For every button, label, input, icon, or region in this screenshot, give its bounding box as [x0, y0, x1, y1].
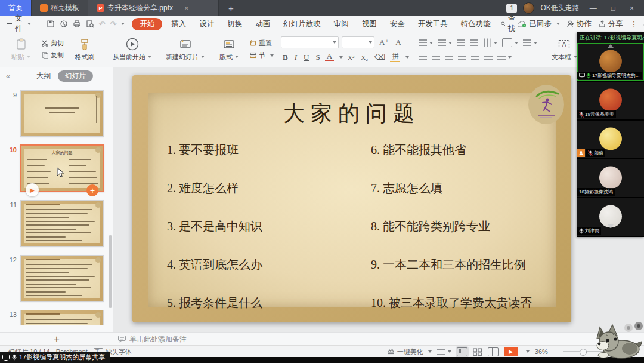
bold-button[interactable]: B [281, 53, 290, 62]
slideshow-play-button[interactable]: ▶ [504, 347, 518, 356]
menu-tab-10[interactable]: 开发工具 [411, 18, 454, 30]
participant-tile-3[interactable]: 颜值 [577, 121, 644, 158]
new-slide-button[interactable]: 新建幻灯片 [162, 36, 208, 63]
quickaccess-caret-icon[interactable] [121, 23, 125, 25]
paste-button[interactable]: 粘贴 [4, 36, 38, 63]
question-column-right[interactable]: 6. 能不能报其他省7. 志愿怎么填8. 能不能跨类别跨专业9. 一本二本和三本… [371, 142, 532, 311]
strikethrough-button[interactable]: S [314, 53, 321, 62]
minimize-button[interactable]: — [586, 4, 601, 13]
export-icon[interactable] [60, 19, 68, 29]
participant-tile-2[interactable]: 19音像品美美 [577, 82, 644, 119]
justify-icon[interactable] [456, 53, 469, 61]
numbered-list-icon[interactable] [435, 37, 454, 48]
meeting-panel[interactable]: 正在讲话: 17影视编导夏明杰 17影视编导夏明杰的...19音像品美美颜值18… [577, 32, 644, 237]
tab-outline[interactable]: 大纲 [36, 71, 51, 81]
section-button[interactable]: 节 [250, 51, 274, 60]
more-menu-icon[interactable]: ⋮ [630, 20, 638, 29]
save-icon[interactable] [47, 19, 55, 29]
tab-docer-templates[interactable]: 稻壳模板 [32, 0, 88, 16]
align-text-icon[interactable] [500, 37, 521, 48]
italic-button[interactable]: I [293, 53, 299, 62]
menu-tab-9[interactable]: 安全 [383, 18, 411, 30]
slide-sorter-button[interactable] [473, 348, 482, 356]
reset-button[interactable]: 重置 [250, 39, 274, 48]
menu-tab-5[interactable]: 动画 [249, 18, 277, 30]
columns-icon[interactable] [482, 53, 495, 61]
menu-tab-1[interactable]: 开始 [132, 18, 162, 30]
smartart-convert-icon[interactable] [495, 53, 514, 61]
layout-button[interactable]: 版式 [212, 36, 246, 63]
align-right-icon[interactable] [442, 53, 456, 61]
expand-panel-arrow-icon[interactable] [608, 224, 614, 228]
close-button[interactable]: × [626, 4, 638, 13]
thumbnail-play-button[interactable]: ▶ [26, 183, 39, 196]
collaborate-button[interactable]: 协作 [567, 19, 592, 29]
underline-button[interactable]: U [302, 53, 311, 62]
align-center-icon[interactable] [429, 53, 442, 61]
print-preview-icon[interactable] [86, 19, 94, 29]
font-name-combo[interactable] [281, 36, 339, 48]
format-painter-button[interactable]: 格式刷 [67, 36, 102, 63]
menu-tab-11[interactable]: 特色功能 [454, 18, 497, 30]
add-slide-button[interactable]: + [0, 333, 113, 345]
increase-indent-icon[interactable] [467, 37, 481, 48]
new-tab-button[interactable]: + [219, 0, 243, 16]
message-count-badge[interactable]: 1 [506, 4, 517, 13]
distribute-icon[interactable] [469, 53, 482, 61]
font-size-combo[interactable] [342, 36, 374, 48]
print-icon[interactable] [73, 19, 81, 29]
beautify-button[interactable]: 一键美化 [387, 347, 432, 356]
decrease-font-icon[interactable]: A⁻ [394, 38, 407, 47]
tab-document[interactable]: P 专升本经验分享.pptx × [88, 0, 219, 16]
textbox-button[interactable]: A 文本框 [547, 36, 581, 63]
share-button[interactable]: 分享 [599, 19, 623, 29]
tab-close-icon[interactable]: × [184, 4, 189, 13]
menu-tab-3[interactable]: 设计 [193, 18, 221, 30]
slide-thumbnail-11[interactable] [20, 200, 104, 247]
superscript-button[interactable]: X² [346, 54, 356, 61]
menu-tab-4[interactable]: 切换 [221, 18, 249, 30]
zoom-out-button[interactable]: − [553, 347, 558, 356]
thumbnail-add-button[interactable]: + [86, 184, 98, 196]
copy-button[interactable]: 复制 [42, 51, 64, 60]
cut-button[interactable]: 剪切 [42, 39, 64, 48]
phonetic-guide-button[interactable]: 拼 [390, 52, 400, 62]
panel-scrollbar[interactable] [109, 235, 112, 308]
collapse-panel-icon[interactable]: « [0, 72, 16, 81]
text-direction-icon[interactable] [481, 37, 500, 48]
menu-tab-6[interactable]: 幻灯片放映 [277, 18, 327, 30]
slide-thumbnail-10[interactable]: 大家的问题▶+ [20, 144, 104, 192]
participant-tile-5[interactable]: 刘津雨 [577, 198, 644, 236]
slide-title[interactable]: 大家的问题 [132, 99, 571, 128]
menu-tab-8[interactable]: 视图 [355, 18, 383, 30]
redo-icon[interactable]: ↷ [110, 19, 116, 29]
play-from-current-button[interactable]: 从当前开始 [109, 36, 155, 63]
zoom-slider-knob[interactable] [580, 349, 587, 356]
menu-tab-7[interactable]: 审阅 [327, 18, 355, 30]
slide-thumbnail-13[interactable] [20, 310, 104, 325]
slide-canvas[interactable]: 大家的问题 1. 要不要报班2. 难度怎么样3. 是不是高中知识4. 英语到底怎… [132, 75, 571, 322]
phonetic-caret-icon[interactable] [405, 56, 409, 59]
increase-font-icon[interactable]: A⁺ [377, 38, 391, 47]
font-color-caret-icon[interactable] [339, 56, 343, 59]
participant-tile-1[interactable]: 17影视编导夏明杰的... [577, 43, 644, 81]
collapse-panel-arrow-icon[interactable] [608, 44, 614, 48]
zoom-level[interactable]: 36% [535, 348, 548, 355]
file-menu[interactable]: 文件 [0, 14, 37, 34]
question-column-left[interactable]: 1. 要不要报班2. 难度怎么样3. 是不是高中知识4. 英语到底怎么办5. 报… [167, 142, 262, 311]
subscript-button[interactable]: X₂ [359, 54, 370, 61]
user-avatar[interactable] [523, 2, 534, 14]
find-button[interactable]: 查找 [501, 14, 518, 34]
clear-format-icon[interactable]: ⌫ [373, 53, 387, 62]
line-spacing-icon[interactable] [521, 37, 540, 48]
menu-tab-2[interactable]: 插入 [165, 18, 193, 30]
align-left-icon[interactable] [416, 53, 429, 61]
sync-status[interactable]: 已同步 [518, 19, 560, 29]
reading-view-button[interactable] [488, 347, 499, 356]
notes-toggle[interactable] [437, 349, 451, 355]
tab-slides[interactable]: 幻灯片 [58, 70, 93, 82]
font-color-button[interactable]: A [325, 53, 334, 61]
normal-view-button[interactable] [457, 347, 467, 356]
slideshow-caret-icon[interactable] [526, 350, 530, 353]
slide-thumbnail-9[interactable] [20, 90, 104, 137]
